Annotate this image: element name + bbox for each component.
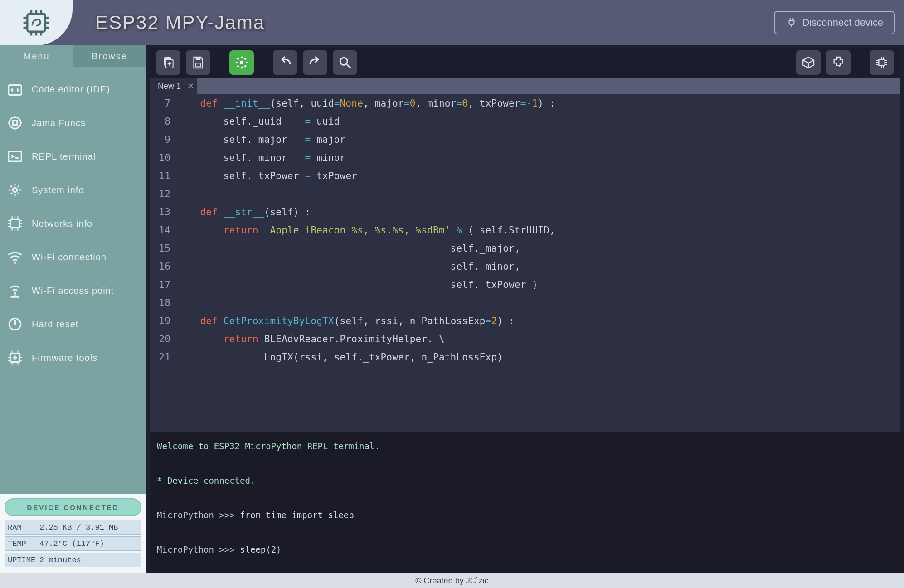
sidebar-item-networks[interactable]: Networks info <box>0 207 146 240</box>
file-tab-label: New 1 <box>158 82 181 91</box>
svg-rect-15 <box>13 121 17 125</box>
wifi-conn-icon <box>6 248 24 266</box>
sidebar-item-label: Hard reset <box>32 319 78 330</box>
sidebar-item-label: System info <box>32 185 84 195</box>
repl-line <box>157 524 897 541</box>
python-button[interactable] <box>826 50 851 75</box>
wifi-ap-icon <box>6 282 24 299</box>
sidebar-item-label: Networks info <box>32 219 92 229</box>
save-icon <box>191 55 205 70</box>
system-info-icon <box>6 181 24 199</box>
sidebar-item-wifi-ap[interactable]: Wi-Fi access point <box>0 274 146 307</box>
app-title: ESP32 MPY-Jama <box>95 12 265 34</box>
code-editor-icon <box>6 81 24 98</box>
code-body[interactable]: def __init__(self, uuid=None, major=0, m… <box>177 94 900 432</box>
sidebar-item-label: REPL terminal <box>32 151 96 162</box>
svg-point-34 <box>839 66 840 67</box>
sidebar-tabs: Menu Browse <box>0 45 146 67</box>
repl-line: MicroPython >>> sleep(2) <box>157 541 897 558</box>
run-button[interactable] <box>229 50 254 75</box>
redo-icon <box>308 55 322 70</box>
disconnect-device-button[interactable]: Disconnect device <box>774 11 895 34</box>
svg-rect-18 <box>11 219 19 228</box>
redo-button[interactable] <box>303 50 327 75</box>
sidebar-item-hard-reset[interactable]: Hard reset <box>0 307 146 341</box>
svg-line-32 <box>347 64 350 68</box>
sidebar-menu: Code editor (IDE)Jama FuncsREPL terminal… <box>0 67 146 494</box>
plug-icon <box>786 17 797 29</box>
save-button[interactable] <box>186 50 210 75</box>
sidebar: Menu Browse Code editor (IDE)Jama FuncsR… <box>0 45 146 573</box>
sidebar-item-repl[interactable]: REPL terminal <box>0 140 146 173</box>
editor-toolbar <box>150 47 900 78</box>
logo-container <box>0 0 73 45</box>
svg-rect-0 <box>27 14 45 31</box>
stat-ram: RAM2.25 KB / 3.91 MB <box>5 520 141 535</box>
svg-point-17 <box>13 188 17 192</box>
svg-point-30 <box>240 61 243 64</box>
repl-line: MicroPython >>> from time import sleep <box>157 506 897 524</box>
repl-welcome: Welcome to ESP32 MicroPython REPL termin… <box>157 437 897 455</box>
sidebar-tab-browse[interactable]: Browse <box>73 45 146 67</box>
stat-uptime: UPTIME2 minutes <box>5 553 141 567</box>
repl-blank <box>157 455 897 472</box>
sidebar-item-system-info[interactable]: System info <box>0 173 146 207</box>
python-icon <box>831 55 846 70</box>
package-button[interactable] <box>796 50 821 75</box>
sidebar-item-code-editor[interactable]: Code editor (IDE) <box>0 73 146 106</box>
svg-rect-29 <box>196 63 201 67</box>
close-tab-button[interactable]: ✕ <box>187 81 194 91</box>
repl-blank <box>157 489 897 506</box>
gear-icon <box>234 55 249 70</box>
undo-icon <box>278 55 292 70</box>
networks-icon <box>6 215 24 232</box>
app-header: ESP32 MPY-Jama Disconnect device <box>0 0 904 45</box>
status-panel: DEVICE CONNECTED RAM2.25 KB / 3.91 MB TE… <box>0 494 146 573</box>
undo-button[interactable] <box>273 50 297 75</box>
repl-terminal[interactable]: Welcome to ESP32 MicroPython REPL termin… <box>150 432 904 573</box>
sidebar-item-label: Firmware tools <box>32 353 97 363</box>
new-file-button[interactable] <box>156 50 180 75</box>
jama-funcs-icon <box>6 114 24 131</box>
disconnect-label: Disconnect device <box>802 17 883 29</box>
firmware-icon <box>6 349 24 366</box>
footer-credit: © Created by JC`zic <box>0 573 904 588</box>
svg-rect-28 <box>196 57 201 60</box>
line-gutter: 789101112131415161718192021 <box>150 94 177 432</box>
repl-icon <box>6 148 24 165</box>
file-tab-new1[interactable]: New 1 ✕ <box>150 78 197 94</box>
content-area: New 1 ✕ 789101112131415161718192021 def … <box>146 45 904 573</box>
repl-line <box>157 558 897 573</box>
search-icon <box>338 55 352 70</box>
svg-rect-16 <box>9 151 22 161</box>
svg-rect-35 <box>879 59 885 65</box>
sidebar-tab-menu[interactable]: Menu <box>0 45 73 67</box>
sidebar-item-firmware[interactable]: Firmware tools <box>0 341 146 374</box>
svg-point-14 <box>9 117 20 128</box>
stat-temp: TEMP47.2°C (117°F) <box>5 536 141 551</box>
svg-point-19 <box>14 262 16 264</box>
search-button[interactable] <box>333 50 357 75</box>
hard-reset-icon <box>6 316 24 333</box>
svg-point-31 <box>340 58 347 65</box>
chip-icon <box>875 55 889 70</box>
sidebar-item-label: Code editor (IDE) <box>32 84 110 95</box>
new-file-icon <box>161 55 175 70</box>
file-tab-bar: New 1 ✕ <box>150 78 900 94</box>
sidebar-item-label: Wi-Fi connection <box>32 252 107 262</box>
sidebar-item-wifi-conn[interactable]: Wi-Fi connection <box>0 240 146 274</box>
box-icon <box>801 55 816 70</box>
chip-button[interactable] <box>870 50 894 75</box>
app-logo-icon <box>20 7 52 39</box>
code-editor[interactable]: 789101112131415161718192021 def __init__… <box>150 94 900 432</box>
sidebar-item-jama-funcs[interactable]: Jama Funcs <box>0 106 146 140</box>
device-connected-badge: DEVICE CONNECTED <box>5 498 141 516</box>
repl-connected: * Device connected. <box>157 472 897 489</box>
sidebar-item-label: Wi-Fi access point <box>32 286 114 296</box>
sidebar-item-label: Jama Funcs <box>32 118 86 128</box>
svg-point-33 <box>836 58 838 60</box>
